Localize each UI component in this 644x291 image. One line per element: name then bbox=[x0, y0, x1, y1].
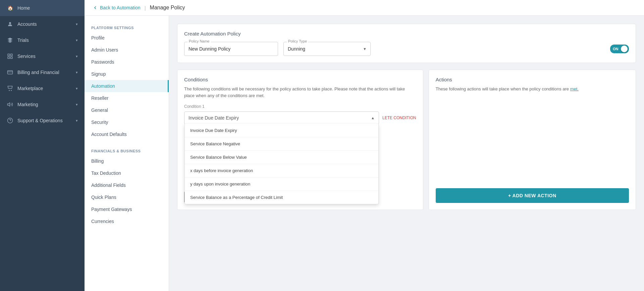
home-icon: 🏠 bbox=[7, 5, 13, 11]
chevron-down-icon: ▾ bbox=[76, 54, 78, 59]
condition-type-value: Invoice Due Date Expiry bbox=[189, 115, 239, 121]
marketing-icon bbox=[7, 101, 13, 108]
svg-point-0 bbox=[9, 22, 11, 24]
toggle-knob bbox=[621, 46, 628, 52]
trials-icon bbox=[7, 37, 13, 44]
settings-item-additional-fields[interactable]: Additional Fields bbox=[85, 179, 169, 191]
main-area: Back to Automation | Manage Policy PLATF… bbox=[85, 0, 644, 291]
chevron-down-icon: ▾ bbox=[76, 22, 78, 26]
marketplace-icon bbox=[7, 85, 13, 92]
chevron-down-icon: ▾ bbox=[76, 86, 78, 91]
svg-rect-3 bbox=[8, 57, 9, 59]
sidebar-item-label: Marketplace bbox=[17, 86, 43, 91]
content-area: PLATFORM SETTINGS Profile Admin Users Pa… bbox=[85, 16, 644, 291]
topbar-separator: | bbox=[145, 5, 146, 11]
toggle-wrap: ON bbox=[610, 45, 629, 53]
topbar: Back to Automation | Manage Policy bbox=[85, 0, 644, 16]
svg-point-8 bbox=[11, 90, 12, 91]
settings-panel: PLATFORM SETTINGS Profile Admin Users Pa… bbox=[85, 16, 169, 291]
dropdown-arrow-up-icon: ▲ bbox=[371, 116, 375, 120]
sidebar-item-label: Support & Operations bbox=[17, 118, 63, 123]
settings-item-security[interactable]: Security bbox=[85, 116, 169, 128]
conditions-desc: The following conditions will be necessa… bbox=[184, 86, 416, 99]
conditions-card: Conditions The following conditions will… bbox=[177, 70, 423, 210]
sidebar-item-marketing[interactable]: Marketing ▾ bbox=[0, 96, 85, 113]
svg-rect-2 bbox=[11, 54, 12, 56]
sidebar-item-support[interactable]: Support & Operations ▾ bbox=[0, 113, 85, 129]
settings-item-payment-gateways[interactable]: Payment Gateways bbox=[85, 203, 169, 215]
sidebar-item-trials[interactable]: Trials ▾ bbox=[0, 32, 85, 48]
settings-item-currencies[interactable]: Currencies bbox=[85, 215, 169, 227]
toggle-label: ON bbox=[613, 47, 619, 51]
billing-icon bbox=[7, 69, 13, 76]
settings-item-signup[interactable]: Signup bbox=[85, 68, 169, 80]
settings-item-reseller[interactable]: Reseller bbox=[85, 92, 169, 104]
support-icon bbox=[7, 117, 13, 124]
sidebar-item-services[interactable]: Services ▾ bbox=[0, 48, 85, 64]
condition-type-input[interactable]: Invoice Due Date Expiry ▲ Invoice Due Da… bbox=[184, 112, 379, 124]
conditions-title: Conditions bbox=[184, 77, 416, 82]
chevron-down-icon: ▾ bbox=[76, 119, 78, 123]
policy-toggle[interactable]: ON bbox=[610, 45, 629, 53]
page-title: Manage Policy bbox=[150, 5, 185, 11]
dropdown-item-0[interactable]: Invoice Due Date Expiry bbox=[185, 124, 378, 137]
sidebar-item-accounts[interactable]: Accounts ▾ bbox=[0, 16, 85, 32]
chevron-down-icon: ▾ bbox=[76, 70, 78, 75]
policy-card-title: Create Automation Policy bbox=[184, 31, 629, 37]
sidebar-item-marketplace[interactable]: Marketplace ▾ bbox=[0, 80, 85, 96]
sidebar-item-billing[interactable]: Billing and Financial ▾ bbox=[0, 64, 85, 80]
add-action-button[interactable]: + ADD NEW ACTION bbox=[436, 188, 629, 203]
actions-met-link[interactable]: met. bbox=[570, 86, 579, 91]
settings-item-automation[interactable]: Automation bbox=[85, 80, 169, 92]
sidebar-item-home[interactable]: 🏠 Home bbox=[0, 0, 85, 16]
sidebar-item-label: Marketing bbox=[17, 102, 38, 107]
settings-item-admin-users[interactable]: Admin Users bbox=[85, 44, 169, 56]
condition-row: Invoice Due Date Expiry ▲ Invoice Due Da… bbox=[184, 112, 416, 124]
svg-point-7 bbox=[9, 90, 10, 91]
settings-item-billing[interactable]: Billing bbox=[85, 155, 169, 167]
dropdown-item-4[interactable]: y days upon invoice generation bbox=[185, 177, 378, 191]
chevron-down-icon: ▾ bbox=[76, 38, 78, 43]
chevron-down-icon: ▾ bbox=[76, 102, 78, 107]
svg-rect-5 bbox=[8, 71, 13, 74]
accounts-icon bbox=[7, 21, 13, 27]
sidebar-item-label: Billing and Financial bbox=[17, 70, 59, 75]
settings-item-general[interactable]: General bbox=[85, 104, 169, 116]
actions-title: Actions bbox=[436, 77, 629, 82]
settings-item-profile[interactable]: Profile bbox=[85, 32, 169, 44]
services-icon bbox=[7, 53, 13, 60]
policy-type-select[interactable]: Dunning Signup Renewal bbox=[283, 42, 371, 56]
sidebar: 🏠 Home Accounts ▾ Trials ▾ Services ▾ bbox=[0, 0, 85, 291]
svg-rect-4 bbox=[11, 57, 12, 59]
dropdown-item-3[interactable]: x days before invoice generation bbox=[185, 164, 378, 177]
sidebar-item-label: Trials bbox=[17, 38, 29, 43]
policy-card-fields: Policy Name Policy Type Dunning Signup R… bbox=[184, 42, 629, 56]
policy-name-label: Policy Name bbox=[187, 39, 211, 43]
back-label: Back to Automation bbox=[100, 5, 141, 10]
svg-marker-9 bbox=[8, 103, 10, 106]
sidebar-item-label: Accounts bbox=[17, 21, 37, 27]
dropdown-item-2[interactable]: Service Balance Below Value bbox=[185, 151, 378, 164]
condition-label: Condition 1 bbox=[184, 104, 416, 109]
back-link[interactable]: Back to Automation bbox=[93, 5, 141, 10]
dropdown-item-1[interactable]: Service Balance Negative bbox=[185, 137, 378, 151]
form-panel: Create Automation Policy Policy Name Pol… bbox=[169, 16, 644, 291]
financials-title: FINANCIALS & BUSINESS bbox=[85, 146, 169, 155]
settings-item-account-defaults[interactable]: Account Defaults bbox=[85, 128, 169, 140]
settings-item-quick-plans[interactable]: Quick Plans bbox=[85, 191, 169, 203]
svg-rect-1 bbox=[8, 54, 9, 56]
platform-settings-title: PLATFORM SETTINGS bbox=[85, 22, 169, 32]
policy-card: Create Automation Policy Policy Name Pol… bbox=[177, 24, 636, 63]
delete-condition[interactable]: LETE CONDITION bbox=[382, 116, 416, 120]
sidebar-item-label: Home bbox=[17, 5, 30, 11]
settings-item-tax-deduction[interactable]: Tax Deduction bbox=[85, 167, 169, 179]
actions-card: Actions These following actions will tak… bbox=[429, 70, 636, 210]
sidebar-item-label: Services bbox=[17, 54, 36, 59]
policy-name-input[interactable] bbox=[184, 42, 278, 56]
policy-name-field: Policy Name bbox=[184, 42, 278, 56]
settings-item-passwords[interactable]: Passwords bbox=[85, 56, 169, 68]
back-arrow-icon bbox=[93, 5, 98, 10]
condition-dropdown: Invoice Due Date Expiry Service Balance … bbox=[184, 124, 379, 204]
dropdown-item-5[interactable]: Service Balance as a Percentage of Credi… bbox=[185, 191, 378, 204]
conditions-actions-row: Conditions The following conditions will… bbox=[177, 70, 636, 210]
